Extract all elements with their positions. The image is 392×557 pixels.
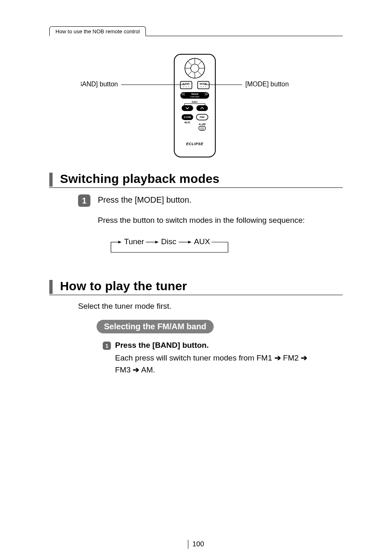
sub-body-fm3: FM3 (115, 365, 133, 374)
heading-bar-icon (49, 173, 53, 187)
pwr-label: PWR (200, 116, 205, 118)
band-button-text: BAND (182, 83, 190, 85)
svg-line-4 (188, 61, 191, 65)
brand-label: ECLIPSE (186, 142, 204, 146)
svg-line-6 (188, 72, 191, 75)
mode-flow: Tuner Disc AUX (103, 234, 343, 259)
mute-label: MUTE (184, 121, 191, 124)
step-1: 1 Press the [MODE] button. (78, 194, 343, 207)
tuner-intro: Select the tuner mode first. (78, 302, 343, 311)
mode-callout-label: [MODE] button (245, 81, 289, 88)
svg-point-13 (205, 86, 206, 87)
track-label: TRACK (191, 93, 198, 95)
flow-tuner: Tuner (124, 237, 145, 246)
svg-line-5 (198, 61, 202, 65)
header-tab: How to use the NOB remote control (49, 26, 146, 36)
ecom-label: E-COM (184, 116, 191, 118)
sub-body-fm2: FM2 (281, 354, 301, 362)
flow-disc: Disc (161, 237, 176, 246)
substep-1-title: Press the [BAND] button. (115, 341, 209, 350)
disc-up-button (196, 105, 208, 111)
tune-seek-label: TUNE SEEK (190, 96, 200, 98)
remote-dial-spokes (185, 58, 205, 78)
remote-dial-inner (191, 64, 199, 72)
disc-label: DISC (192, 101, 198, 103)
band-callout-label: [BAND] button (81, 81, 118, 88)
svg-point-9 (186, 86, 187, 87)
heading-switching-text: Switching playback modes (60, 172, 219, 187)
svg-line-7 (198, 72, 202, 75)
page-number: 100 (188, 540, 204, 549)
sub-body-am: AM. (139, 365, 155, 374)
disc-down-button (182, 105, 193, 111)
remote-svg: [BAND] button [MODE] button (81, 53, 311, 159)
substep-1-badge: 1 (103, 342, 111, 350)
illumi-label: ILLUMI (199, 123, 206, 125)
heading-bar-icon (49, 280, 53, 294)
remote-diagram: [BAND] button [MODE] button (49, 53, 343, 159)
arrow-icon: ➔ (301, 354, 307, 362)
sub-body-pre: Each press will switch tuner modes from … (115, 354, 274, 362)
mode-button-text: MODE (200, 83, 207, 85)
arrow-icon: ➔ (133, 365, 139, 374)
step-1-note: Press the button to switch modes in the … (98, 216, 343, 225)
page-content: How to use the NOB remote control [BAND]… (49, 25, 343, 532)
illumi-button (199, 126, 205, 130)
svg-point-8 (183, 86, 184, 87)
svg-point-12 (203, 86, 204, 87)
section-heading-tuner: How to play the tuner (49, 279, 343, 295)
pill-selecting-band: Selecting the FM/AM band (97, 320, 214, 333)
header-rule: How to use the NOB remote control (49, 25, 343, 36)
step-1-badge: 1 (78, 194, 90, 207)
substep-1-body: Each press will switch tuner modes from … (115, 352, 343, 376)
step-1-text: Press the [MODE] button. (98, 194, 191, 205)
svg-point-11 (201, 86, 201, 87)
section-heading-switching: Switching playback modes (49, 172, 343, 188)
arrow-icon: ➔ (274, 354, 281, 362)
svg-point-10 (188, 86, 189, 87)
heading-tuner-text: How to play the tuner (60, 279, 187, 295)
substep-1: 1 Press the [BAND] button. (103, 341, 343, 350)
flow-aux: AUX (194, 237, 210, 246)
